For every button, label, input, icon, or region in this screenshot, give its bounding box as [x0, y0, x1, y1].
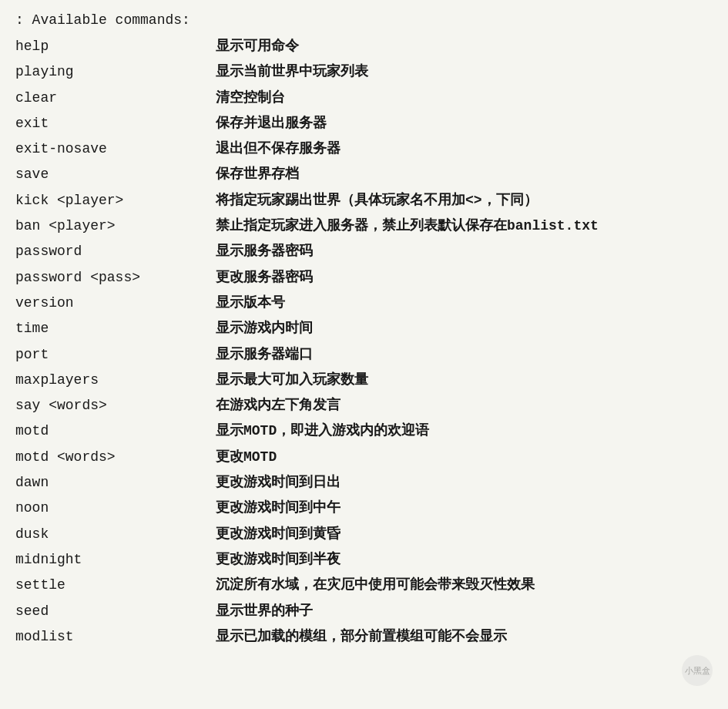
command-name: help	[15, 34, 216, 59]
table-row: settle沉淀所有水域，在灾厄中使用可能会带来毁灭性效果	[15, 573, 713, 598]
table-row: say <words>在游戏内左下角发言	[15, 393, 713, 418]
command-description: 显示服务器密码	[216, 239, 713, 264]
command-description: 显示当前世界中玩家列表	[216, 59, 713, 85]
command-name: password <pass>	[15, 265, 216, 291]
command-description: 更改服务器密码	[216, 265, 713, 291]
command-name: time	[15, 316, 216, 341]
table-row: dawn更改游戏时间到日出	[15, 470, 713, 496]
command-name: password	[15, 239, 216, 264]
table-row: midnight更改游戏时间到半夜	[15, 547, 713, 573]
watermark-logo: 小黑盒	[682, 655, 713, 686]
command-name: midnight	[15, 547, 216, 573]
table-row: exit-nosave退出但不保存服务器	[15, 136, 713, 162]
command-description: 更改游戏时间到日出	[216, 470, 713, 496]
command-description: 显示服务器端口	[216, 342, 713, 368]
table-row: motd <words>更改MOTD	[15, 445, 713, 470]
command-table: help显示可用命令playing显示当前世界中玩家列表clear清空控制台ex…	[15, 34, 713, 650]
command-description: 清空控制台	[216, 86, 713, 111]
command-name: maxplayers	[15, 368, 216, 393]
command-name: clear	[15, 86, 216, 111]
command-description: 显示游戏内时间	[216, 316, 713, 341]
command-description: 保存并退出服务器	[216, 111, 713, 136]
command-name: dusk	[15, 522, 216, 547]
command-description: 显示世界的种子	[216, 599, 713, 624]
table-row: password显示服务器密码	[15, 239, 713, 264]
command-description: 将指定玩家踢出世界（具体玩家名不用加<>，下同）	[216, 188, 713, 213]
table-row: exit保存并退出服务器	[15, 111, 713, 136]
command-description: 显示可用命令	[216, 34, 713, 59]
table-row: ban <player>禁止指定玩家进入服务器，禁止列表默认保存在banlist…	[15, 213, 713, 239]
command-name: say <words>	[15, 393, 216, 418]
command-description: 退出但不保存服务器	[216, 136, 713, 162]
table-row: save保存世界存档	[15, 162, 713, 187]
command-description: 显示已加载的模组，部分前置模组可能不会显示	[216, 624, 713, 650]
command-name: exit-nosave	[15, 136, 216, 162]
watermark: 小黑盒	[682, 655, 713, 686]
command-description: 保存世界存档	[216, 162, 713, 187]
command-description: 禁止指定玩家进入服务器，禁止列表默认保存在banlist.txt	[216, 213, 713, 239]
command-name: port	[15, 342, 216, 368]
table-row: playing显示当前世界中玩家列表	[15, 59, 713, 85]
table-row: port显示服务器端口	[15, 342, 713, 368]
command-description: 更改游戏时间到黄昏	[216, 522, 713, 547]
command-description: 显示最大可加入玩家数量	[216, 368, 713, 393]
command-description: 显示MOTD，即进入游戏内的欢迎语	[216, 418, 713, 444]
command-name: noon	[15, 496, 216, 521]
command-name: dawn	[15, 470, 216, 496]
command-name: kick <player>	[15, 188, 216, 213]
command-name: motd	[15, 418, 216, 444]
table-row: password <pass>更改服务器密码	[15, 265, 713, 291]
command-name: exit	[15, 111, 216, 136]
header-line: : Available commands:	[15, 12, 713, 28]
table-row: clear清空控制台	[15, 86, 713, 111]
table-row: motd显示MOTD，即进入游戏内的欢迎语	[15, 418, 713, 444]
table-row: seed显示世界的种子	[15, 599, 713, 624]
command-description: 更改游戏时间到半夜	[216, 547, 713, 573]
command-description: 更改游戏时间到中午	[216, 496, 713, 521]
table-row: version显示版本号	[15, 291, 713, 316]
command-name: playing	[15, 59, 216, 85]
table-row: dusk更改游戏时间到黄昏	[15, 522, 713, 547]
table-row: noon更改游戏时间到中午	[15, 496, 713, 521]
command-name: modlist	[15, 624, 216, 650]
command-name: version	[15, 291, 216, 316]
command-name: save	[15, 162, 216, 187]
table-row: kick <player>将指定玩家踢出世界（具体玩家名不用加<>，下同）	[15, 188, 713, 213]
table-row: help显示可用命令	[15, 34, 713, 59]
table-row: modlist显示已加载的模组，部分前置模组可能不会显示	[15, 624, 713, 650]
console-container: : Available commands: help显示可用命令playing显…	[15, 12, 713, 650]
command-name: settle	[15, 573, 216, 598]
table-row: time显示游戏内时间	[15, 316, 713, 341]
command-description: 更改MOTD	[216, 445, 713, 470]
table-row: maxplayers显示最大可加入玩家数量	[15, 368, 713, 393]
command-name: ban <player>	[15, 213, 216, 239]
command-description: 在游戏内左下角发言	[216, 393, 713, 418]
command-name: seed	[15, 599, 216, 624]
command-description: 沉淀所有水域，在灾厄中使用可能会带来毁灭性效果	[216, 573, 713, 598]
command-description: 显示版本号	[216, 291, 713, 316]
command-name: motd <words>	[15, 445, 216, 470]
